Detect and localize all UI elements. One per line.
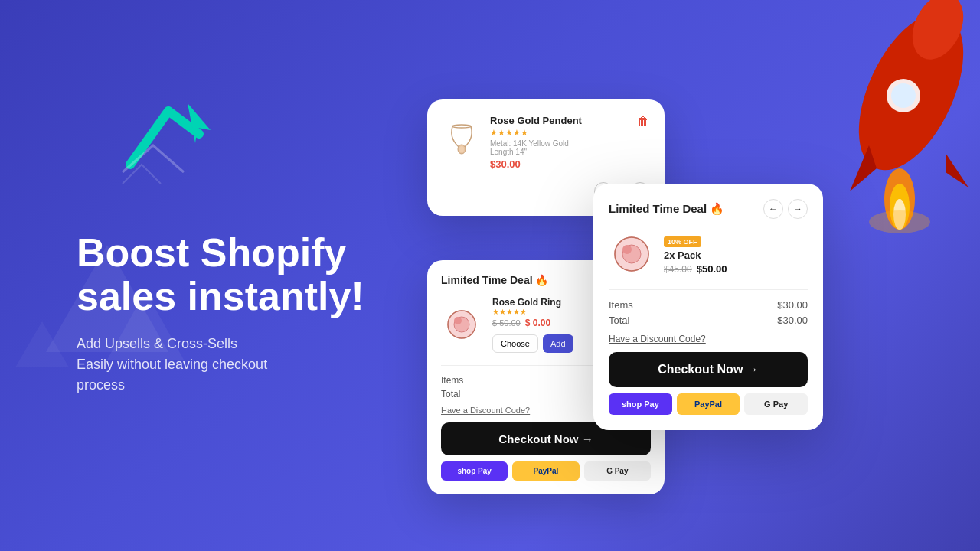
svg-point-4: [891, 83, 916, 108]
payment-btns-back: shop Pay PayPal G Pay: [441, 461, 651, 481]
cart-item-meta: Metal: 14K Yellow Gold: [490, 139, 628, 148]
paypal-btn[interactable]: PayPal: [677, 393, 740, 415]
svg-point-11: [452, 125, 471, 128]
gpay-btn[interactable]: G Pay: [744, 393, 808, 415]
cart-item-length: Length 14": [490, 148, 628, 156]
cart-item-name: Rose Gold Pendent: [490, 115, 628, 126]
choose-btn[interactable]: Choose: [492, 334, 538, 353]
left-content: Boost Shopify sales instantly! Add Upsel…: [77, 155, 398, 396]
deal-front-name: 2x Pack: [664, 249, 727, 261]
front-new-price: $50.00: [697, 263, 727, 275]
deal-new-price: $ 0.00: [525, 318, 550, 328]
delete-icon[interactable]: 🗑: [637, 115, 649, 129]
deal-front-title: Limited Time Deal 🔥: [609, 202, 724, 216]
cart-item: Rose Gold Pendent ★★★★★ Metal: 14K Yello…: [443, 115, 649, 170]
deal-front-item: 10% OFF 2x Pack $45.00 $50.00: [609, 231, 808, 277]
bg-triangle-3: [15, 321, 69, 367]
front-old-price: $45.00: [664, 264, 692, 275]
cart-item-stars: ★★★★★: [490, 128, 628, 138]
payment-btns-front: shop Pay PayPal G Pay: [609, 393, 808, 415]
checkout-btn-front[interactable]: Checkout Now →: [609, 352, 808, 387]
deal-item-img: [441, 304, 483, 346]
add-btn[interactable]: Add: [543, 334, 573, 353]
paypal-btn-back[interactable]: PayPal: [512, 461, 579, 481]
main-title: Boost Shopify sales instantly!: [77, 231, 398, 318]
discount-link-front[interactable]: Have a Discount Code?: [609, 334, 808, 344]
discount-badge: 10% OFF: [664, 236, 701, 247]
shopify-pay-btn[interactable]: shop Pay: [609, 393, 672, 415]
cart-item-price: $30.00: [490, 158, 628, 170]
svg-point-20: [622, 245, 632, 254]
deal-nav-next[interactable]: →: [788, 199, 808, 219]
gpay-btn-back[interactable]: G Pay: [584, 461, 651, 481]
deal-front-header: Limited Time Deal 🔥 ← →: [609, 199, 808, 219]
deal-old-price: $ 50.00: [492, 318, 521, 328]
svg-point-10: [869, 210, 930, 233]
svg-point-13: [459, 146, 464, 152]
deal-card-front: Limited Time Deal 🔥 ← → 10% OFF 2x Pack …: [593, 184, 823, 430]
shopify-pay-btn-back[interactable]: shop Pay: [441, 461, 508, 481]
front-summary: Items $30.00 Total $30.00: [609, 289, 808, 326]
front-items-row: Items $30.00: [609, 299, 808, 311]
subtitle: Add Upsells & Cross-Sells Easily without…: [77, 334, 398, 396]
deal-front-info: 10% OFF 2x Pack $45.00 $50.00: [664, 233, 727, 275]
deal-front-img: [609, 231, 655, 277]
front-total-row: Total $30.00: [609, 315, 808, 326]
svg-point-16: [454, 317, 462, 324]
svg-marker-6: [946, 153, 969, 187]
deal-nav: ← →: [763, 199, 808, 219]
cart-item-details: Rose Gold Pendent ★★★★★ Metal: 14K Yello…: [490, 115, 628, 170]
deal-front-prices: $45.00 $50.00: [664, 263, 727, 275]
deal-nav-prev[interactable]: ←: [763, 199, 783, 219]
product-image-necklace: [443, 115, 481, 161]
